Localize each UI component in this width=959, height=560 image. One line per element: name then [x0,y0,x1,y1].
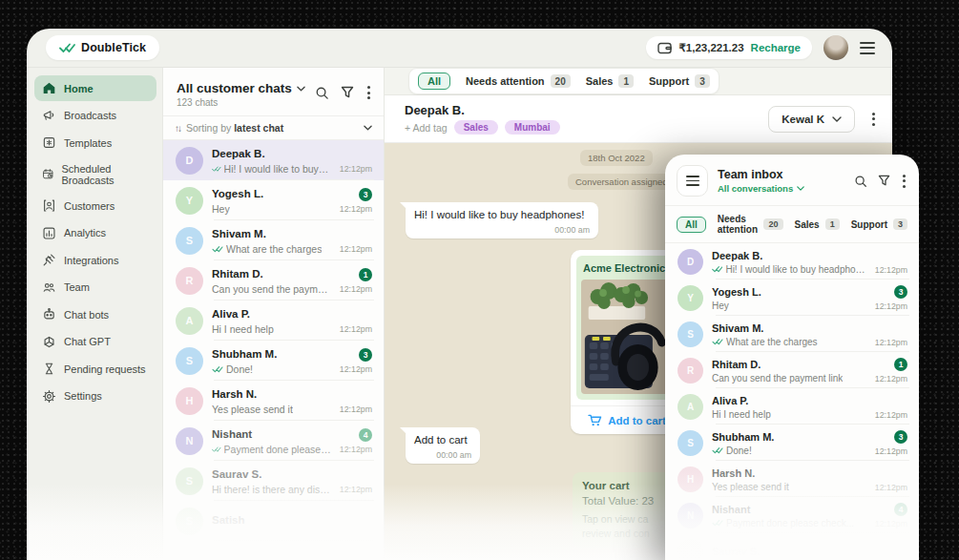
chat-row-saurav[interactable]: S Saurav S. Hi there! is there any disco… [163,461,384,501]
avatar: N [176,427,203,455]
avatar: Y [678,285,703,311]
chatgpt-icon [42,335,56,349]
double-check-icon [59,42,75,53]
chat-row-shubham[interactable]: S Shubham M. Done! 312:12pm [665,425,919,461]
user-avatar[interactable] [823,35,848,60]
menu-icon[interactable] [856,38,879,58]
sidebar-item-pending-requests[interactable]: Pending requests [34,356,156,382]
tag-sales[interactable]: Sales [454,120,498,135]
read-ticks-icon [712,519,723,527]
chat-count: 123 chats [177,97,315,108]
chat-row-deepak[interactable]: D Deepak B. Hi! I would like to buy head… [665,243,919,280]
team-icon [42,280,56,295]
read-ticks-icon [712,338,723,345]
tab-all[interactable]: All [418,73,450,90]
tab-support[interactable]: Support3 [851,218,907,230]
avatar: S [176,227,203,255]
tab-all[interactable]: All [677,217,706,233]
search-icon[interactable] [854,175,867,188]
sort-dropdown[interactable]: ↑↓ Sorting by latest chat [163,115,384,140]
sidebar-item-templates[interactable]: Templates [34,130,156,156]
chat-row-rhitam[interactable]: R Rhitam D. Can you send the payment lin… [665,352,919,388]
unread-badge: 4 [894,503,907,516]
chat-row-rhitam[interactable]: R Rhitam D. Can you send the payment lin… [163,260,384,301]
chat-row-nishant[interactable]: N Nishant Payment done please check... 4… [665,497,919,533]
avatar: R [678,358,703,384]
brand-name: DoubleTick [81,41,146,54]
avatar: A [678,394,703,420]
top-bar: DoubleTick ₹1,23,221.23 Recharge [27,29,892,68]
search-icon[interactable] [315,86,329,100]
chat-row-aliva[interactable]: A Aliva P. Hi I need help 12:12pm [665,388,919,425]
inbox-tabs-strip: All Needs attention20 Sales1 Support3 [385,68,892,95]
sidebar-item-chat-bots[interactable]: Chat bots [34,301,156,327]
team-inbox-rows: D Deepak B. Hi! I would like to buy head… [665,243,919,560]
sidebar-item-settings[interactable]: Settings [34,384,156,409]
tab-support[interactable]: Support3 [649,74,710,88]
chat-row-yogesh[interactable]: Y Yogesh L. Hey 312:12pm [665,280,919,316]
chevron-down-icon [364,125,372,131]
team-inbox-tabs: All Needs attention20 Sales1 Support3 [665,206,919,243]
chevron-down-icon [797,186,804,191]
incoming-message: Hi! I would like to buy headphones! 00:0… [406,202,598,239]
chat-row-satish[interactable]: S Satish [163,501,384,541]
more-options-icon[interactable] [901,173,907,190]
unread-badge: 3 [359,348,372,362]
avatar: S [678,430,703,456]
chat-row-aliva[interactable]: A Aliva P. Hi I need help 12:12pm [163,301,384,341]
chat-row-harsh[interactable]: H Harsh N. Yes please send it 12:12pm [665,461,919,497]
tab-sales[interactable]: Sales1 [586,74,634,88]
more-options-icon[interactable] [365,84,372,101]
team-inbox-overlay: Team inbox All conversations All Needs a… [665,155,919,560]
sidebar-item-chat-gpt[interactable]: Chat GPT [34,329,156,355]
filter-icon[interactable] [878,175,890,187]
avatar: S [176,508,203,535]
add-tag-button[interactable]: + Add tag [405,122,448,134]
chat-row-saurav[interactable]: S Saurav S. [665,533,919,560]
sidebar-item-integrations[interactable]: Integrations [34,247,156,273]
sort-arrows-icon: ↑↓ [175,123,180,134]
home-icon [42,81,56,95]
avatar: D [678,249,703,275]
avatar: R [176,267,203,295]
hourglass-icon [42,362,56,376]
team-inbox-header: Team inbox All conversations [665,155,919,206]
tab-needs-attention[interactable]: Needs attention20 [466,74,571,88]
filter-icon[interactable] [341,86,354,99]
conversation-more-icon[interactable] [870,111,877,128]
tab-sales[interactable]: Sales1 [795,218,840,230]
menu-icon[interactable] [677,165,708,197]
wallet-amount: ₹1,23,221.23 [679,41,744,54]
incoming-message: Add to cart 00:00 am [406,427,480,464]
recharge-button[interactable]: Recharge [751,42,801,53]
sidebar-item-team[interactable]: Team [34,275,156,301]
chat-row-nishant[interactable]: N Nishant Payment done please check... 4… [163,421,384,461]
chat-row-shubham[interactable]: S Shubham M. Done! 312:12pm [163,341,384,381]
sidebar-item-home[interactable]: Home [34,75,156,101]
sidebar-item-customers[interactable]: Customers [34,193,156,218]
tab-badge: 20 [551,74,571,88]
avatar: D [176,147,203,175]
customers-icon [42,198,56,213]
tab-badge: 20 [763,218,782,230]
avatar: S [678,321,703,347]
chat-list-filter-dropdown[interactable]: All customer chats [177,81,315,95]
chat-row-harsh[interactable]: H Harsh N. Yes please send it 12:12pm [163,381,384,421]
conversations-filter-dropdown[interactable]: All conversations [718,183,854,194]
tag-mumbai[interactable]: Mumbai [505,120,560,135]
wallet-icon [657,42,673,54]
wallet-balance[interactable]: ₹1,23,221.23 Recharge [646,36,813,59]
chat-row-shivam[interactable]: S Shivam M. What are the charges 12:12pm [665,316,919,352]
sidebar-item-scheduled-broadcasts[interactable]: Scheduled Broadcasts [34,157,156,192]
sidebar-item-broadcasts[interactable]: Broadcasts [34,103,156,129]
sidebar-item-analytics[interactable]: Analytics [34,220,156,246]
assignee-dropdown[interactable]: Kewal K [768,106,855,133]
brand-logo[interactable]: DoubleTick [46,35,159,60]
robot-icon [42,307,56,321]
product-title: Acme Electronics [583,262,672,274]
chat-row-deepak[interactable]: D Deepak B. Hi! I would like to buy head… [163,140,384,180]
tab-needs-attention[interactable]: Needs attention20 [718,214,783,235]
chat-row-yogesh[interactable]: Y Yogesh L. Hey 312:12pm [163,180,384,220]
chat-row-shivam[interactable]: S Shivam M. What are the charges 12:12pm [163,220,384,260]
tab-badge: 3 [893,218,907,230]
